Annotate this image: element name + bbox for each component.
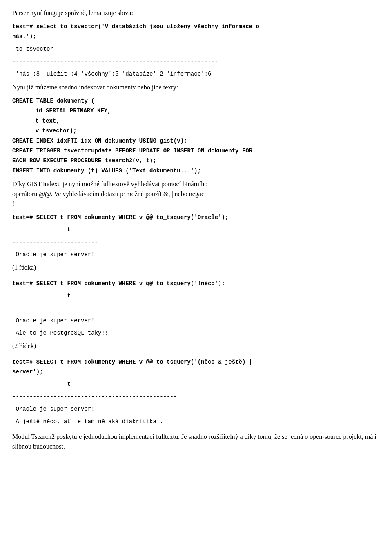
select3: test=# SELECT t FROM dokumenty WHERE v @… — [12, 279, 380, 288]
create-table4: v tsvector); — [12, 126, 380, 135]
create-table1: CREATE TABLE dokumenty ( — [12, 96, 380, 105]
result4b: A ještě něco, ať je tam nějaká diakritik… — [12, 417, 380, 426]
divider1: ----------------------------------------… — [12, 57, 380, 66]
t-header4: t — [12, 380, 380, 389]
create-table2: id SERIAL PRIMARY KEY, — [12, 106, 380, 115]
rows3: (2 řádek) — [12, 341, 380, 351]
create-table3: t text, — [12, 116, 380, 125]
t-header3: t — [12, 291, 380, 300]
create-trigger2: EACH ROW EXECUTE PROCEDURE tsearch2(v, t… — [12, 156, 380, 165]
code-select1: test=# select to_tsvector('V databázích … — [12, 22, 380, 31]
result3a: Oracle je super server! — [12, 316, 380, 325]
normal-text2: Díky GIST indexu je nyní možné fulltexto… — [12, 179, 380, 209]
code-select1-cont: nás.'); — [12, 32, 380, 41]
create-trigger1: CREATE TRIGGER tsvectorupdate BEFORE UPD… — [12, 146, 380, 155]
divider3: ----------------------------- — [12, 304, 380, 313]
tsvector-header: to_tsvector — [12, 45, 380, 54]
normal-text1: Nyní již můžeme snadno indexovat dokumen… — [12, 83, 380, 92]
t-header2: t — [12, 225, 380, 234]
select2: test=# SELECT t FROM dokumenty WHERE v @… — [12, 213, 380, 222]
create-index: CREATE INDEX idxFTI_idx ON dokumenty USI… — [12, 136, 380, 145]
select4b: server'); — [12, 367, 380, 376]
result2: Oracle je super server! — [12, 250, 380, 259]
divider4: ----------------------------------------… — [12, 392, 380, 401]
intro-text: Parser nyní funguje správně, lematizuje … — [12, 8, 380, 18]
result4a: Oracle je super server! — [12, 404, 380, 413]
insert-into: INSERT INTO dokumenty (t) VALUES ('Text … — [12, 166, 380, 175]
page-content: Parser nyní funguje správně, lematizuje … — [12, 8, 380, 451]
tsvector-result: 'nás':8 'uložit':4 'všechny':5 'databáze… — [12, 69, 380, 78]
rows2: (1 řádka) — [12, 263, 380, 273]
divider2: ------------------------- — [12, 238, 380, 247]
normal-text3: Modul Tsearch2 poskytuje jednoduchou imp… — [12, 432, 380, 451]
select4a: test=# SELECT t FROM dokumenty WHERE v @… — [12, 357, 380, 366]
result3b: Ale to je PostgreSQL taky!! — [12, 328, 380, 337]
